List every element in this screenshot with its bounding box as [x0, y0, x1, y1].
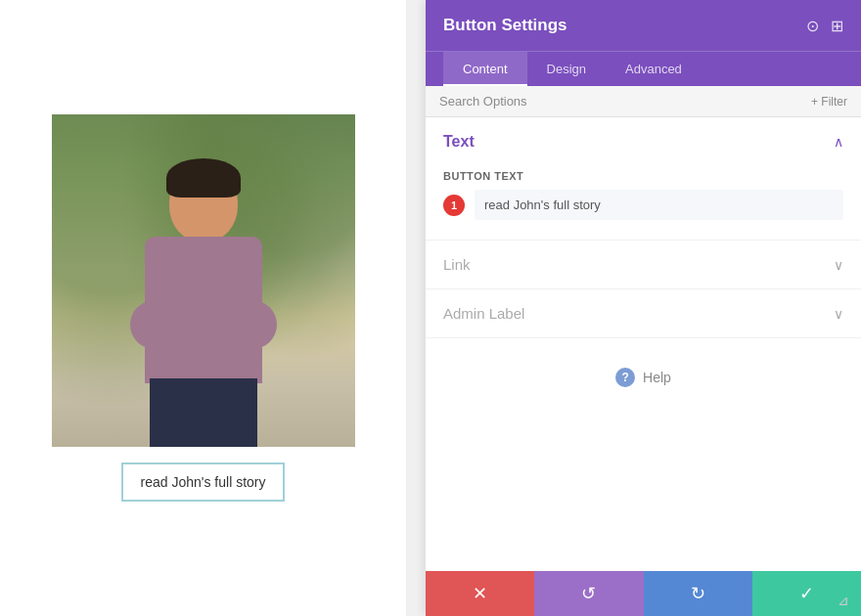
link-section-header[interactable]: Link ∨	[426, 241, 861, 288]
preview-area: read John's full story	[0, 0, 406, 616]
settings-panel: Button Settings ⊙ ⊞ Content Design Advan…	[426, 0, 861, 616]
grid-icon[interactable]: ⊞	[831, 17, 843, 35]
filter-button[interactable]: + Filter	[811, 95, 847, 109]
photo-background	[52, 114, 355, 447]
link-section-title: Link	[443, 256, 471, 273]
panel-header: Button Settings ⊙ ⊞	[426, 0, 861, 51]
cancel-button[interactable]: ✕	[426, 571, 534, 616]
resize-handle[interactable]: ⊿	[838, 593, 851, 606]
link-chevron-icon: ∨	[834, 257, 843, 273]
help-section: ? Help	[426, 338, 861, 417]
help-label: Help	[643, 370, 671, 385]
text-section-body: Button Text 1	[426, 166, 861, 240]
help-icon[interactable]: ?	[615, 368, 635, 387]
text-section: Text ∧ Button Text 1	[426, 117, 861, 241]
search-bar: + Filter	[426, 86, 861, 117]
admin-label-chevron-icon: ∨	[834, 306, 843, 322]
panel-title: Button Settings	[443, 16, 567, 35]
target-icon[interactable]: ⊙	[806, 17, 819, 35]
tab-advanced[interactable]: Advanced	[606, 52, 702, 86]
text-section-title: Text	[443, 133, 475, 151]
reset-button[interactable]: ↺	[534, 571, 643, 616]
person-head	[169, 163, 238, 242]
button-text-label: Button Text	[443, 170, 843, 182]
person-body	[125, 163, 282, 447]
person-photo	[52, 114, 355, 447]
tab-content[interactable]: Content	[443, 52, 527, 86]
tabs-bar: Content Design Advanced	[426, 51, 861, 86]
button-text-row: 1	[443, 190, 843, 220]
text-chevron-icon: ∧	[834, 134, 843, 150]
text-section-header[interactable]: Text ∧	[426, 117, 861, 166]
admin-label-section-title: Admin Label	[443, 305, 524, 322]
button-text-input[interactable]	[475, 190, 843, 220]
header-icons: ⊙ ⊞	[806, 17, 843, 35]
admin-label-section-header[interactable]: Admin Label ∨	[426, 289, 861, 337]
admin-label-section: Admin Label ∨	[426, 289, 861, 338]
button-preview[interactable]: read John's full story	[121, 462, 286, 502]
field-badge: 1	[443, 195, 465, 216]
link-section: Link ∨	[426, 241, 861, 289]
person-arms	[130, 300, 277, 349]
person-pants	[150, 378, 257, 447]
panel-content: Text ∧ Button Text 1 Link ∨ Admin Label	[426, 117, 861, 571]
redo-button[interactable]: ↻	[644, 571, 752, 616]
tab-design[interactable]: Design	[527, 52, 606, 86]
search-input[interactable]	[439, 94, 811, 109]
action-bar: ✕ ↺ ↻ ✓	[426, 571, 861, 616]
